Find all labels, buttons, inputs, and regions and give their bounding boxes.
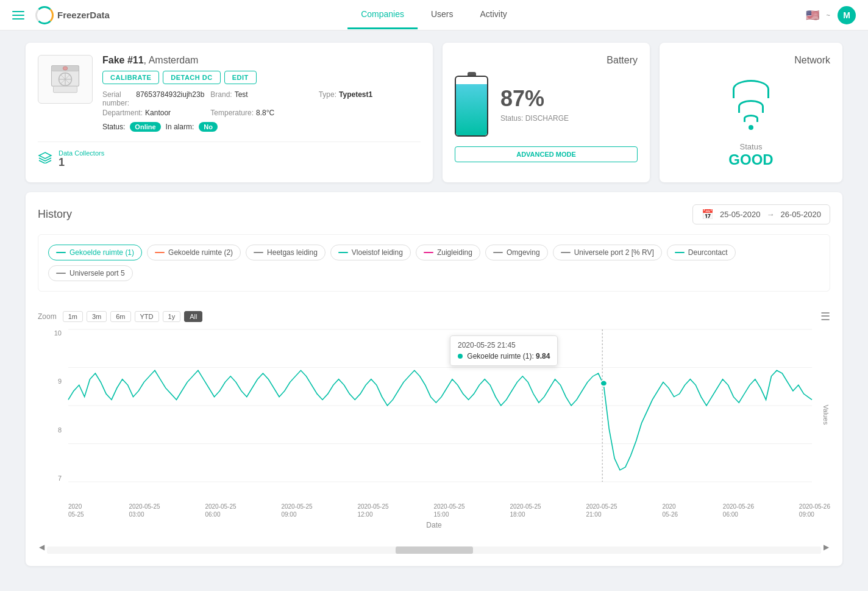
device-card: Fake #11, Amsterdam CALIBRATE DETACH DC … bbox=[26, 43, 433, 182]
y-label-7: 7 bbox=[58, 475, 62, 482]
zoom-3m[interactable]: 3m bbox=[87, 311, 107, 322]
user-avatar[interactable]: M bbox=[838, 6, 856, 24]
y-label-8: 8 bbox=[58, 426, 62, 434]
y-axis: 10 9 8 7 bbox=[38, 329, 65, 482]
tag-line-6 bbox=[561, 252, 571, 253]
hamburger-menu[interactable] bbox=[12, 11, 24, 20]
filter-tag-8[interactable]: Universele port 5 bbox=[48, 265, 133, 281]
svg-marker-9 bbox=[39, 152, 51, 159]
top-row: Fake #11, Amsterdam CALIBRATE DETACH DC … bbox=[26, 43, 842, 182]
x-label-2: 2020-05-2506:00 bbox=[205, 503, 236, 518]
chart-scrollbar[interactable] bbox=[47, 546, 821, 554]
filter-tags: Gekoelde ruimte (1) Gekoelde ruimte (2) … bbox=[38, 234, 830, 292]
layers-icon bbox=[38, 151, 52, 167]
nav-users[interactable]: Users bbox=[418, 1, 467, 29]
zoom-row: Zoom 1m 3m 6m YTD 1y All ☰ bbox=[38, 310, 830, 323]
flag-icon: 🇺🇸 bbox=[806, 9, 819, 22]
network-status-label: Status bbox=[740, 142, 763, 151]
nav-companies[interactable]: Companies bbox=[347, 1, 418, 29]
edit-button[interactable]: EDIT bbox=[224, 71, 257, 84]
x-label-8: 202005-26 bbox=[662, 503, 678, 518]
x-label-6: 2020-05-2518:00 bbox=[510, 503, 541, 518]
network-card: Network Status GOOD bbox=[660, 43, 842, 182]
date-from: 25-05-2020 bbox=[720, 210, 761, 219]
filter-tag-2[interactable]: Heetgas leiding bbox=[246, 245, 326, 260]
tag-line-7 bbox=[675, 252, 685, 253]
main-nav: Companies Users Activity bbox=[347, 1, 521, 29]
x-label-1: 2020-05-2503:00 bbox=[129, 503, 160, 518]
battery-visual bbox=[455, 76, 488, 137]
battery-content: 87% Status: DISCHARGE bbox=[455, 72, 638, 137]
date-to: 26-05-2020 bbox=[781, 210, 822, 219]
svg-point-7 bbox=[63, 66, 68, 70]
x-axis-title: Date bbox=[38, 521, 830, 529]
chart-menu-icon[interactable]: ☰ bbox=[820, 310, 830, 323]
chart-scrollbar-row: ◀ ▶ bbox=[38, 540, 830, 554]
wifi-icon bbox=[730, 80, 772, 130]
scroll-left-icon[interactable]: ◀ bbox=[38, 543, 46, 551]
svg-point-16 bbox=[600, 381, 607, 387]
battery-status: Status: DISCHARGE bbox=[500, 114, 638, 123]
collectors-value: 1 bbox=[59, 157, 104, 168]
zoom-1y[interactable]: 1y bbox=[163, 311, 181, 322]
zoom-6m[interactable]: 6m bbox=[110, 311, 130, 322]
main-content: Fake #11, Amsterdam CALIBRATE DETACH DC … bbox=[13, 30, 855, 588]
device-name: Fake #11, Amsterdam bbox=[102, 55, 421, 66]
zoom-all[interactable]: All bbox=[184, 311, 202, 322]
wifi-dot bbox=[749, 125, 753, 130]
device-info: Fake #11, Amsterdam CALIBRATE DETACH DC … bbox=[102, 55, 421, 132]
x-label-3: 2020-05-2509:00 bbox=[281, 503, 312, 518]
nav-activity[interactable]: Activity bbox=[467, 1, 521, 29]
filter-tag-6[interactable]: Universele port 2 [% RV] bbox=[553, 245, 662, 260]
filter-tag-0[interactable]: Gekoelde ruimte (1) bbox=[48, 245, 142, 260]
tag-line-3 bbox=[338, 252, 348, 253]
y-label-10: 10 bbox=[54, 329, 62, 337]
status-badge: Online bbox=[130, 122, 160, 132]
filter-tag-4[interactable]: Zuigleiding bbox=[416, 245, 480, 260]
y-axis-title: Values bbox=[823, 405, 830, 425]
freezer-icon bbox=[47, 61, 84, 98]
wifi-arc-small bbox=[744, 115, 758, 122]
y-label-9: 9 bbox=[58, 378, 62, 385]
battery-fill bbox=[456, 84, 487, 135]
x-axis: 202005-25 2020-05-2503:00 2020-05-2506:0… bbox=[38, 500, 830, 518]
logo: FreezerData bbox=[35, 6, 110, 24]
advanced-mode-button[interactable]: ADVANCED MODE bbox=[455, 146, 638, 162]
battery-title: Battery bbox=[455, 55, 638, 66]
scrollbar-thumb[interactable] bbox=[396, 546, 473, 554]
detach-button[interactable]: DETACH DC bbox=[163, 71, 220, 84]
network-status-value: GOOD bbox=[728, 151, 773, 168]
header-right: 🇺🇸 ~ M bbox=[806, 6, 856, 24]
battery-visual-wrapper bbox=[455, 72, 488, 137]
status-row: Status: Online In alarm: No bbox=[102, 122, 421, 132]
filter-tag-5[interactable]: Omgeving bbox=[485, 245, 548, 260]
network-title: Network bbox=[672, 55, 830, 66]
tag-line-0 bbox=[56, 252, 66, 253]
filter-tag-1[interactable]: Gekoelde ruimte (2) bbox=[147, 245, 241, 260]
x-label-5: 2020-05-2515:00 bbox=[433, 503, 464, 518]
tag-line-2 bbox=[254, 252, 263, 253]
temp-item: Temperature: 8.8°C bbox=[210, 109, 312, 117]
tag-line-5 bbox=[493, 252, 503, 253]
x-label-9: 2020-05-2606:00 bbox=[723, 503, 754, 518]
logo-text: FreezerData bbox=[57, 10, 110, 20]
filter-tag-3[interactable]: Vloeistof leiding bbox=[330, 245, 411, 260]
zoom-ytd[interactable]: YTD bbox=[135, 311, 159, 322]
battery-card: Battery 87% Status: DISCHARGE ADVANCED M… bbox=[443, 43, 650, 182]
history-header: History 📅 25-05-2020 → 26-05-2020 bbox=[38, 204, 830, 224]
filter-tag-7[interactable]: Deurcontact bbox=[667, 245, 736, 260]
wifi-arc-medium bbox=[738, 100, 764, 113]
scroll-right-icon[interactable]: ▶ bbox=[822, 543, 830, 551]
calendar-icon: 📅 bbox=[702, 209, 714, 220]
battery-right: 87% Status: DISCHARGE bbox=[500, 86, 638, 123]
x-label-4: 2020-05-2512:00 bbox=[357, 503, 388, 518]
data-collectors-row: Data Collectors 1 bbox=[38, 141, 421, 168]
tag-line-4 bbox=[424, 252, 433, 253]
date-range-picker[interactable]: 📅 25-05-2020 → 26-05-2020 bbox=[692, 204, 830, 224]
svg-rect-8 bbox=[54, 86, 77, 93]
calibrate-button[interactable]: CALIBRATE bbox=[102, 71, 159, 84]
x-label-0: 202005-25 bbox=[68, 503, 84, 518]
x-label-10: 2020-05-2609:00 bbox=[799, 503, 830, 518]
lang-indicator: ~ bbox=[827, 12, 830, 19]
zoom-1m[interactable]: 1m bbox=[63, 311, 83, 322]
